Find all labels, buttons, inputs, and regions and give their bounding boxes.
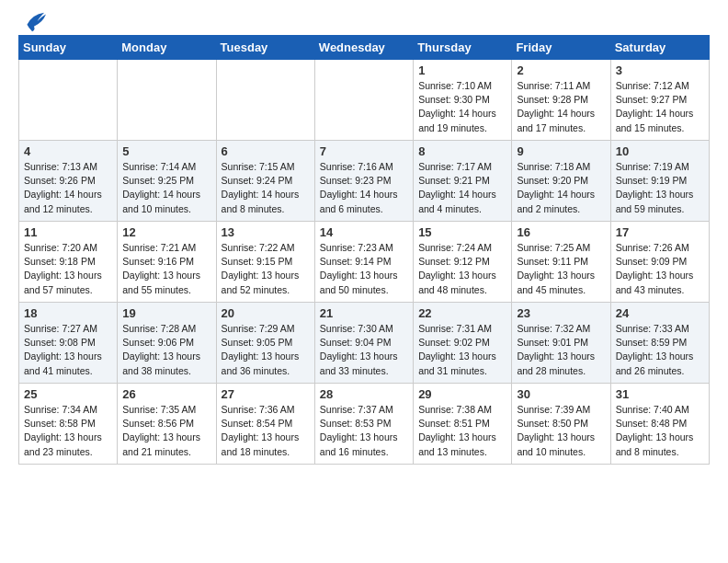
day-header-friday: Friday xyxy=(512,36,610,60)
day-number: 31 xyxy=(616,387,704,401)
calendar-week-row: 1Sunrise: 7:10 AM Sunset: 9:30 PM Daylig… xyxy=(19,60,710,141)
cell-content: Sunrise: 7:36 AM Sunset: 8:54 PM Dayligh… xyxy=(222,403,310,459)
day-number: 24 xyxy=(616,306,704,320)
cell-content: Sunrise: 7:18 AM Sunset: 9:20 PM Dayligh… xyxy=(517,160,605,216)
day-number: 27 xyxy=(222,387,310,401)
calendar-cell: 3Sunrise: 7:12 AM Sunset: 9:27 PM Daylig… xyxy=(610,60,709,141)
day-number: 15 xyxy=(418,225,506,239)
cell-content: Sunrise: 7:20 AM Sunset: 9:18 PM Dayligh… xyxy=(24,241,112,297)
calendar-week-row: 11Sunrise: 7:20 AM Sunset: 9:18 PM Dayli… xyxy=(19,222,710,303)
day-number: 16 xyxy=(517,225,605,239)
cell-content: Sunrise: 7:30 AM Sunset: 9:04 PM Dayligh… xyxy=(320,322,408,378)
calendar-cell: 4Sunrise: 7:13 AM Sunset: 9:26 PM Daylig… xyxy=(19,141,118,222)
calendar-cell: 14Sunrise: 7:23 AM Sunset: 9:14 PM Dayli… xyxy=(314,222,413,303)
cell-content: Sunrise: 7:29 AM Sunset: 9:05 PM Dayligh… xyxy=(222,322,310,378)
cell-content: Sunrise: 7:32 AM Sunset: 9:01 PM Dayligh… xyxy=(517,322,605,378)
day-number: 11 xyxy=(24,225,112,239)
day-number: 1 xyxy=(418,63,506,77)
calendar-cell: 21Sunrise: 7:30 AM Sunset: 9:04 PM Dayli… xyxy=(314,303,413,384)
day-header-saturday: Saturday xyxy=(610,36,709,60)
cell-content: Sunrise: 7:28 AM Sunset: 9:06 PM Dayligh… xyxy=(122,322,210,378)
calendar-cell: 5Sunrise: 7:14 AM Sunset: 9:25 PM Daylig… xyxy=(118,141,216,222)
calendar-cell: 28Sunrise: 7:37 AM Sunset: 8:53 PM Dayli… xyxy=(314,384,413,465)
calendar-cell: 2Sunrise: 7:11 AM Sunset: 9:28 PM Daylig… xyxy=(512,60,610,141)
calendar-table: SundayMondayTuesdayWednesdayThursdayFrid… xyxy=(18,35,710,465)
header xyxy=(18,15,710,29)
calendar-cell: 23Sunrise: 7:32 AM Sunset: 9:01 PM Dayli… xyxy=(512,303,610,384)
cell-content: Sunrise: 7:35 AM Sunset: 8:56 PM Dayligh… xyxy=(122,403,210,459)
calendar-cell: 8Sunrise: 7:17 AM Sunset: 9:21 PM Daylig… xyxy=(414,141,512,222)
calendar-cell: 19Sunrise: 7:28 AM Sunset: 9:06 PM Dayli… xyxy=(118,303,216,384)
calendar-cell: 29Sunrise: 7:38 AM Sunset: 8:51 PM Dayli… xyxy=(414,384,512,465)
calendar-cell: 13Sunrise: 7:22 AM Sunset: 9:15 PM Dayli… xyxy=(216,222,314,303)
day-number: 28 xyxy=(320,387,408,401)
calendar-cell: 25Sunrise: 7:34 AM Sunset: 8:58 PM Dayli… xyxy=(19,384,118,465)
cell-content: Sunrise: 7:13 AM Sunset: 9:26 PM Dayligh… xyxy=(24,160,112,216)
calendar-cell: 1Sunrise: 7:10 AM Sunset: 9:30 PM Daylig… xyxy=(414,60,512,141)
day-header-monday: Monday xyxy=(118,36,216,60)
calendar-cell xyxy=(216,60,314,141)
calendar-cell: 24Sunrise: 7:33 AM Sunset: 8:59 PM Dayli… xyxy=(610,303,709,384)
day-header-tuesday: Tuesday xyxy=(216,36,314,60)
day-number: 17 xyxy=(616,225,704,239)
day-number: 22 xyxy=(418,306,506,320)
day-number: 30 xyxy=(517,387,605,401)
cell-content: Sunrise: 7:33 AM Sunset: 8:59 PM Dayligh… xyxy=(616,322,704,378)
cell-content: Sunrise: 7:26 AM Sunset: 9:09 PM Dayligh… xyxy=(616,241,704,297)
cell-content: Sunrise: 7:38 AM Sunset: 8:51 PM Dayligh… xyxy=(418,403,506,459)
calendar-week-row: 18Sunrise: 7:27 AM Sunset: 9:08 PM Dayli… xyxy=(19,303,710,384)
day-number: 21 xyxy=(320,306,408,320)
day-number: 14 xyxy=(320,225,408,239)
calendar-header-row: SundayMondayTuesdayWednesdayThursdayFrid… xyxy=(19,36,710,60)
day-number: 4 xyxy=(24,144,112,158)
calendar-cell: 11Sunrise: 7:20 AM Sunset: 9:18 PM Dayli… xyxy=(19,222,118,303)
calendar-cell: 9Sunrise: 7:18 AM Sunset: 9:20 PM Daylig… xyxy=(512,141,610,222)
calendar-week-row: 4Sunrise: 7:13 AM Sunset: 9:26 PM Daylig… xyxy=(19,141,710,222)
cell-content: Sunrise: 7:23 AM Sunset: 9:14 PM Dayligh… xyxy=(320,241,408,297)
page: SundayMondayTuesdayWednesdayThursdayFrid… xyxy=(0,0,728,479)
cell-content: Sunrise: 7:22 AM Sunset: 9:15 PM Dayligh… xyxy=(222,241,310,297)
calendar-cell: 7Sunrise: 7:16 AM Sunset: 9:23 PM Daylig… xyxy=(314,141,413,222)
cell-content: Sunrise: 7:19 AM Sunset: 9:19 PM Dayligh… xyxy=(616,160,704,216)
calendar-cell xyxy=(314,60,413,141)
day-number: 26 xyxy=(122,387,210,401)
day-number: 13 xyxy=(222,225,310,239)
day-number: 2 xyxy=(517,63,605,77)
day-header-sunday: Sunday xyxy=(19,36,118,60)
logo-bird-icon xyxy=(20,9,46,35)
calendar-cell xyxy=(118,60,216,141)
cell-content: Sunrise: 7:34 AM Sunset: 8:58 PM Dayligh… xyxy=(24,403,112,459)
day-header-wednesday: Wednesday xyxy=(314,36,413,60)
day-header-thursday: Thursday xyxy=(414,36,512,60)
calendar-cell: 31Sunrise: 7:40 AM Sunset: 8:48 PM Dayli… xyxy=(610,384,709,465)
calendar-cell: 30Sunrise: 7:39 AM Sunset: 8:50 PM Dayli… xyxy=(512,384,610,465)
cell-content: Sunrise: 7:12 AM Sunset: 9:27 PM Dayligh… xyxy=(616,79,704,135)
day-number: 8 xyxy=(418,144,506,158)
day-number: 23 xyxy=(517,306,605,320)
calendar-cell: 15Sunrise: 7:24 AM Sunset: 9:12 PM Dayli… xyxy=(414,222,512,303)
day-number: 25 xyxy=(24,387,112,401)
calendar-cell: 16Sunrise: 7:25 AM Sunset: 9:11 PM Dayli… xyxy=(512,222,610,303)
calendar-cell: 22Sunrise: 7:31 AM Sunset: 9:02 PM Dayli… xyxy=(414,303,512,384)
cell-content: Sunrise: 7:25 AM Sunset: 9:11 PM Dayligh… xyxy=(517,241,605,297)
calendar-cell: 18Sunrise: 7:27 AM Sunset: 9:08 PM Dayli… xyxy=(19,303,118,384)
calendar-cell: 12Sunrise: 7:21 AM Sunset: 9:16 PM Dayli… xyxy=(118,222,216,303)
day-number: 9 xyxy=(517,144,605,158)
cell-content: Sunrise: 7:37 AM Sunset: 8:53 PM Dayligh… xyxy=(320,403,408,459)
day-number: 6 xyxy=(222,144,310,158)
day-number: 10 xyxy=(616,144,704,158)
calendar-cell xyxy=(19,60,118,141)
cell-content: Sunrise: 7:31 AM Sunset: 9:02 PM Dayligh… xyxy=(418,322,506,378)
cell-content: Sunrise: 7:16 AM Sunset: 9:23 PM Dayligh… xyxy=(320,160,408,216)
cell-content: Sunrise: 7:10 AM Sunset: 9:30 PM Dayligh… xyxy=(418,79,506,135)
calendar-week-row: 25Sunrise: 7:34 AM Sunset: 8:58 PM Dayli… xyxy=(19,384,710,465)
calendar-cell: 20Sunrise: 7:29 AM Sunset: 9:05 PM Dayli… xyxy=(216,303,314,384)
day-number: 29 xyxy=(418,387,506,401)
calendar-cell: 27Sunrise: 7:36 AM Sunset: 8:54 PM Dayli… xyxy=(216,384,314,465)
cell-content: Sunrise: 7:39 AM Sunset: 8:50 PM Dayligh… xyxy=(517,403,605,459)
calendar-cell: 17Sunrise: 7:26 AM Sunset: 9:09 PM Dayli… xyxy=(610,222,709,303)
cell-content: Sunrise: 7:14 AM Sunset: 9:25 PM Dayligh… xyxy=(122,160,210,216)
cell-content: Sunrise: 7:24 AM Sunset: 9:12 PM Dayligh… xyxy=(418,241,506,297)
cell-content: Sunrise: 7:11 AM Sunset: 9:28 PM Dayligh… xyxy=(517,79,605,135)
day-number: 5 xyxy=(122,144,210,158)
